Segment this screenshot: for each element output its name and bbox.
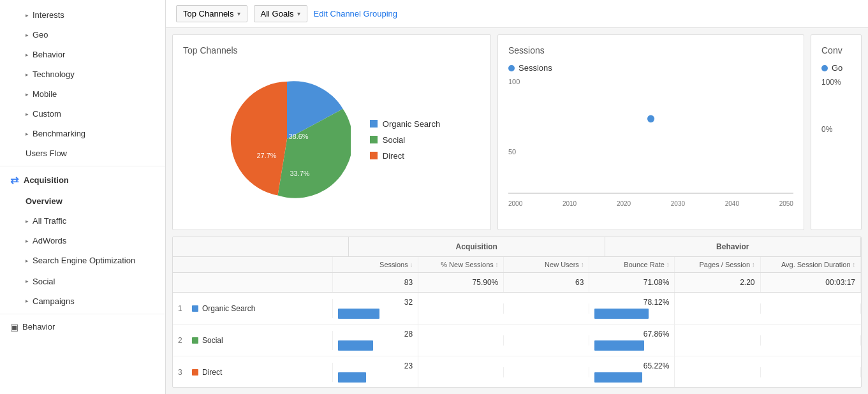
cell-channel-name[interactable]: Organic Search	[202, 304, 255, 313]
legend-color-organic	[370, 120, 378, 128]
x-label-2030: 2030	[671, 200, 685, 207]
sidebar-item-campaigns[interactable]: ▸ Campaigns	[0, 291, 165, 311]
sidebar-item-acquisition[interactable]: ⇄ Acquisition	[0, 169, 165, 191]
table-row: 3 Direct 23 65.22%	[173, 356, 861, 388]
dropdown-caret-icon: ▾	[237, 10, 240, 17]
empty-header	[173, 237, 349, 256]
legend-label-social: Social	[383, 135, 405, 145]
sidebar-item-seo[interactable]: ▸ Search Engine Optimization	[0, 251, 165, 272]
arrow-icon: ▸	[26, 298, 29, 304]
summary-new-users: 63	[504, 273, 589, 292]
arrow-icon: ▸	[26, 258, 29, 265]
legend-social: Social	[370, 135, 440, 145]
sidebar-item-overview[interactable]: Overview	[0, 191, 165, 211]
row-number: 3	[178, 368, 188, 377]
arrow-icon: ▸	[26, 278, 29, 284]
sessions-bar	[338, 372, 366, 383]
cell-pages	[675, 367, 760, 377]
sidebar-item-technology[interactable]: ▸ Technology	[0, 64, 165, 84]
sidebar-item-mobile[interactable]: ▸ Mobile	[0, 84, 165, 104]
sidebar-item-behavior-section[interactable]: ▣ Behavior	[0, 317, 165, 337]
col-header-new-users[interactable]: New Users ↕	[504, 257, 589, 272]
conv-dot	[821, 65, 828, 71]
pie-chart-container: 38.6% 33.7% 27.7%	[223, 75, 351, 205]
data-table-panel: Acquisition Behavior Sessions ↓ % New Se…	[172, 237, 862, 388]
col-header-pages-session[interactable]: Pages / Session ↕	[675, 257, 760, 272]
sidebar-item-users-flow[interactable]: Users Flow	[0, 143, 165, 163]
sessions-bar	[338, 309, 379, 319]
cell-new-users	[504, 367, 589, 377]
sidebar-item-geo[interactable]: ▸ Geo	[0, 25, 165, 45]
sidebar-item-adwords[interactable]: ▸ AdWords	[0, 231, 165, 251]
sessions-chart-area: 100 50 2000	[508, 78, 793, 218]
summary-pages: 2.20	[675, 273, 760, 292]
legend-color-direct	[370, 152, 378, 159]
sidebar-item-custom[interactable]: ▸ Custom	[0, 104, 165, 124]
dropdown-caret-icon-2: ▾	[297, 10, 300, 17]
summary-duration: 00:03:17	[761, 273, 861, 292]
channel-color-dot	[192, 369, 198, 376]
row-number: 1	[178, 304, 188, 313]
cell-channel-name[interactable]: Direct	[202, 368, 222, 377]
pie-segment-direct	[231, 82, 287, 196]
content-area: Top Channels	[166, 28, 868, 394]
cell-pct-new	[418, 335, 504, 346]
table-row: 1 Organic Search 32 78.12%	[173, 293, 861, 325]
sort-icon-2: ↕	[496, 261, 499, 268]
summary-label	[173, 273, 333, 292]
legend-color-social	[370, 136, 378, 143]
sessions-legend-label: Sessions	[519, 63, 552, 73]
x-label-2000: 2000	[508, 200, 522, 207]
cell-pct-new	[418, 303, 504, 314]
all-goals-dropdown[interactable]: All Goals ▾	[254, 5, 307, 22]
edit-channel-grouping-link[interactable]: Edit Channel Grouping	[314, 9, 398, 18]
table-row: 2 Social 28 67.86%	[173, 325, 861, 356]
cell-duration	[761, 367, 861, 377]
sidebar-item-benchmarking[interactable]: ▸ Benchmarking	[0, 124, 165, 143]
cell-sessions: 28	[333, 325, 418, 356]
acquisition-icon: ⇄	[10, 174, 18, 186]
legend-label-organic: Organic Search	[383, 119, 440, 129]
cell-new-users	[504, 303, 589, 314]
chart-legend: Organic Search Social Direct	[370, 119, 440, 161]
col-header-sessions[interactable]: Sessions ↓	[333, 257, 418, 272]
cell-channel-name[interactable]: Social	[202, 336, 223, 345]
cell-sessions: 32	[333, 293, 418, 324]
sort-icon: ↓	[410, 261, 413, 268]
sort-icon-4: ↕	[666, 261, 670, 268]
cell-duration	[761, 303, 861, 314]
cell-channel[interactable]: 1 Organic Search	[173, 299, 333, 318]
arrow-icon: ▸	[26, 91, 29, 98]
sidebar-item-all-traffic[interactable]: ▸ All Traffic	[0, 211, 165, 231]
scatter-plot: 2000 2010 2020 2030 2040 2050	[508, 78, 793, 218]
col-header-avg-duration[interactable]: Avg. Session Duration ↕	[761, 257, 861, 272]
top-channels-dropdown[interactable]: Top Channels ▾	[176, 5, 247, 22]
row-number: 2	[178, 336, 188, 345]
sidebar-divider	[0, 166, 165, 166]
arrow-icon: ▸	[26, 12, 29, 18]
channel-color-dot	[192, 305, 198, 312]
col-header-pct-new-sessions[interactable]: % New Sessions ↕	[418, 257, 504, 272]
conv-value-2: 0%	[821, 125, 851, 134]
cell-new-users	[504, 335, 589, 346]
cell-channel[interactable]: 3 Direct	[173, 363, 333, 382]
col-header-channel	[173, 257, 333, 272]
cell-pct-new	[418, 367, 504, 377]
cell-bounce: 78.12%	[589, 293, 675, 324]
sidebar-item-interests[interactable]: ▸ Interests	[0, 5, 165, 25]
channel-color-dot	[192, 337, 198, 344]
cell-sessions: 23	[333, 356, 418, 388]
pie-label-organic: 38.6%	[288, 133, 308, 140]
cell-channel[interactable]: 2 Social	[173, 331, 333, 350]
col-header-bounce-rate[interactable]: Bounce Rate ↕	[589, 257, 675, 272]
top-panels-row: Top Channels	[172, 34, 862, 230]
conv-legend: Go	[821, 63, 851, 73]
summary-bounce: 71.08%	[589, 273, 675, 292]
sidebar-item-behavior[interactable]: ▸ Behavior	[0, 45, 165, 64]
toolbar: Top Channels ▾ All Goals ▾ Edit Channel …	[166, 0, 868, 28]
sidebar-item-social[interactable]: ▸ Social	[0, 272, 165, 291]
x-label-2040: 2040	[725, 200, 739, 207]
arrow-icon: ▸	[26, 238, 29, 244]
pie-chart-title: Top Channels	[183, 45, 480, 55]
pie-chart-svg: 38.6% 33.7% 27.7%	[223, 75, 351, 203]
